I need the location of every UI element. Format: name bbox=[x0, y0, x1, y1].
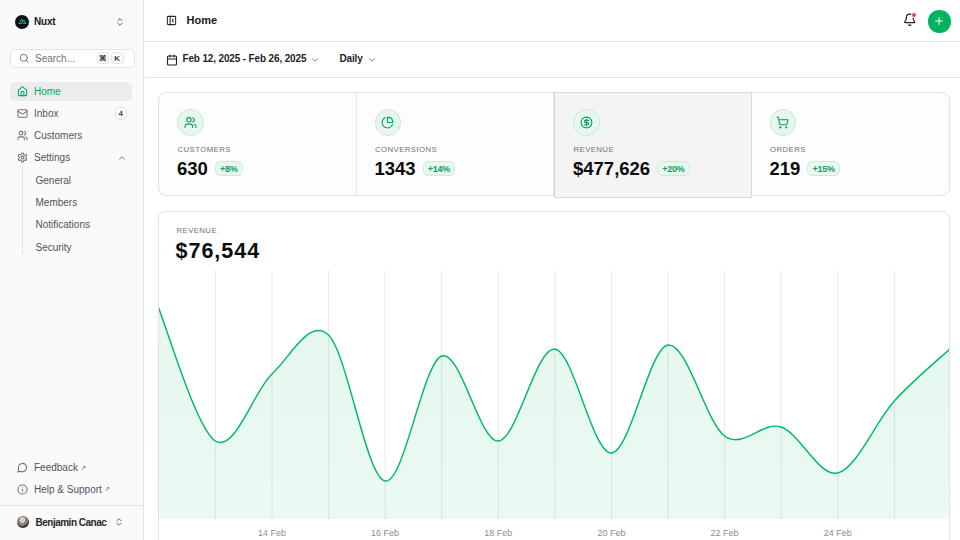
svg-text:14 Feb: 14 Feb bbox=[258, 528, 286, 538]
svg-text:24 Feb: 24 Feb bbox=[824, 528, 852, 538]
svg-text:22 Feb: 22 Feb bbox=[711, 528, 739, 538]
svg-text:18 Feb: 18 Feb bbox=[484, 528, 512, 538]
svg-text:20 Feb: 20 Feb bbox=[597, 528, 625, 538]
svg-text:16 Feb: 16 Feb bbox=[371, 528, 399, 538]
